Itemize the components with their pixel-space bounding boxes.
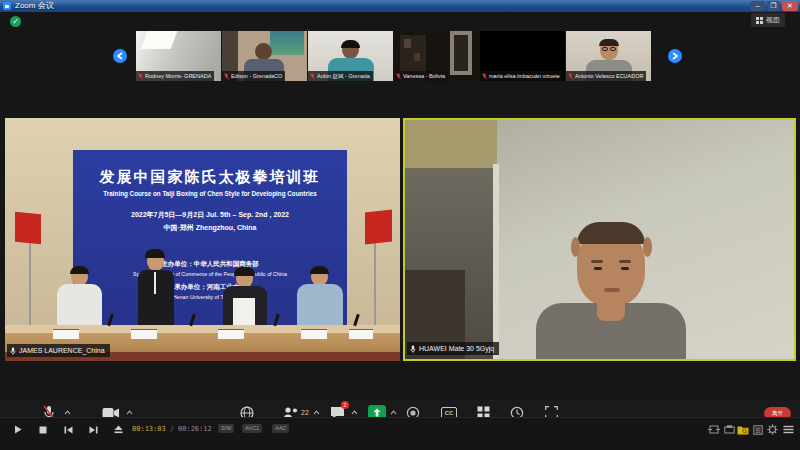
view-grid-icon xyxy=(756,17,763,24)
active-speaker-video[interactable]: HUAWEI Mate 30 5Gyjq xyxy=(403,118,796,361)
banner-sponsor-zh: 主办单位：中华人民共和国商务部 xyxy=(73,260,347,269)
name-card xyxy=(301,329,327,339)
settings-gear-icon[interactable] xyxy=(766,424,778,435)
maximize-button[interactable]: ❐ xyxy=(767,1,780,11)
player-menu-icon[interactable] xyxy=(782,424,794,435)
shelf-item xyxy=(414,53,420,61)
meeting-area: ✓ 视图 Rodney Morris- GRENADA xyxy=(0,12,800,429)
next-button[interactable] xyxy=(83,423,103,436)
filmstrip-prev-button[interactable] xyxy=(113,49,127,63)
share-caret-button[interactable] xyxy=(390,410,397,415)
participants-count: 22 xyxy=(301,409,309,416)
participant-name-tag: Edison - GrenadaCO xyxy=(222,71,285,81)
decoder-badge: S/W xyxy=(218,424,234,433)
window-title: Zoom 会议 xyxy=(15,0,54,12)
screen-size-icon[interactable] xyxy=(708,424,720,435)
view-label: 视图 xyxy=(766,15,780,25)
name-card xyxy=(53,329,79,339)
mic-muted-icon xyxy=(138,73,143,80)
close-button[interactable]: ✕ xyxy=(782,1,798,11)
person-head xyxy=(255,43,272,60)
door-frame xyxy=(493,164,499,359)
banner-location: 中国·郑州 Zhengzhou, China xyxy=(73,223,347,233)
shelf-item xyxy=(404,39,411,48)
map-poster xyxy=(270,31,304,55)
video-name-label: JAMES LAURENCE_China xyxy=(7,344,110,357)
participant-video-aubin[interactable]: Aubin 赵斌 - Grenada xyxy=(308,31,393,81)
mic-muted-icon xyxy=(224,73,229,80)
previous-button[interactable] xyxy=(58,423,78,436)
china-flag-icon xyxy=(15,212,41,245)
open-media-button[interactable] xyxy=(108,423,128,436)
participants-caret-button[interactable] xyxy=(313,410,320,415)
stop-button[interactable] xyxy=(33,423,53,436)
participant-video-maria[interactable]: maria elisa imbacuán vizuete xyxy=(480,31,565,81)
participant-name-tag: Antonio Velasco ECUADOR xyxy=(566,71,646,81)
audio-codec-badge: AAC xyxy=(272,424,289,433)
open-file-search-icon[interactable] xyxy=(737,424,749,435)
name-card xyxy=(218,329,244,339)
wall-upper xyxy=(405,120,497,172)
stage-video[interactable]: 发展中国家陈氏太极拳培训班 Training Course on Taiji B… xyxy=(5,118,400,361)
chat-caret-button[interactable] xyxy=(351,410,358,415)
time-separator: / xyxy=(170,425,174,433)
capture-icon[interactable] xyxy=(723,424,735,435)
participant-name-tag: Vanessa - Bolivia xyxy=(394,71,448,81)
participant-video-vanessa[interactable]: Vanessa - Bolivia xyxy=(394,31,479,81)
mic-muted-icon xyxy=(482,73,487,80)
filmstrip-next-button[interactable] xyxy=(668,49,682,63)
player-bar: 00:13:03 / 00:26:12 S/W AVC1 AAC xyxy=(0,417,800,450)
banner-title-zh: 发展中国家陈氏太极拳培训班 xyxy=(73,168,347,187)
participant-name-tag: maria elisa imbacuán vizuete xyxy=(480,71,563,81)
name-card xyxy=(349,329,373,339)
banner-sponsor-en: Sponsor: Ministry of Commerce of the Peo… xyxy=(73,271,347,277)
participant-name-tag: Rodney Morris- GRENADA xyxy=(136,71,214,81)
person-hair xyxy=(599,39,619,46)
person-hair xyxy=(341,40,360,48)
current-time: 00:13:03 xyxy=(132,425,166,433)
mic-muted-icon xyxy=(310,73,315,80)
mic-on-icon xyxy=(410,345,416,353)
titlebar: Zoom 会议 – ❐ ✕ xyxy=(0,0,800,12)
minimize-button[interactable]: – xyxy=(750,1,765,11)
total-duration: 00:26:12 xyxy=(178,425,212,433)
participant-video-edison[interactable]: Edison - GrenadaCO xyxy=(222,31,307,81)
mic-muted-icon xyxy=(396,73,401,80)
meeting-info-shield-icon[interactable]: ✓ xyxy=(10,16,21,27)
zoom-app-icon xyxy=(3,2,11,10)
mic-muted-icon xyxy=(568,73,573,80)
banner-title-en: Training Course on Taiji Boxing of Chen … xyxy=(73,190,347,197)
mute-caret-button[interactable] xyxy=(64,410,71,415)
view-button[interactable]: 视图 xyxy=(751,13,785,27)
glasses-icon xyxy=(602,47,608,51)
video-name-label: HUAWEI Mate 30 5Gyjq xyxy=(407,342,499,355)
participant-video-antonio[interactable]: Antonio Velasco ECUADOR xyxy=(566,31,651,81)
china-flag-icon xyxy=(365,210,392,245)
participant-video-rodney[interactable]: Rodney Morris- GRENADA xyxy=(136,31,221,81)
video-caret-button[interactable] xyxy=(126,410,133,415)
play-button[interactable] xyxy=(8,423,28,436)
video-codec-badge: AVC1 xyxy=(242,424,262,433)
mic-on-icon xyxy=(10,347,16,355)
banner-date: 2022年7月5日—9月2日 Jul. 5th – Sep. 2nd , 202… xyxy=(73,210,347,220)
participant-name-tag: Aubin 赵斌 - Grenada xyxy=(308,71,373,81)
chat-unread-badge: 2 xyxy=(341,401,349,409)
name-card xyxy=(131,329,157,339)
zoom-meeting-window: Zoom 会议 – ❐ ✕ ✓ 视图 Rodney Morris- GRENAD… xyxy=(0,0,800,450)
glasses-icon xyxy=(610,47,616,51)
window-frame xyxy=(454,35,468,71)
playlist-icon[interactable] xyxy=(752,424,764,435)
